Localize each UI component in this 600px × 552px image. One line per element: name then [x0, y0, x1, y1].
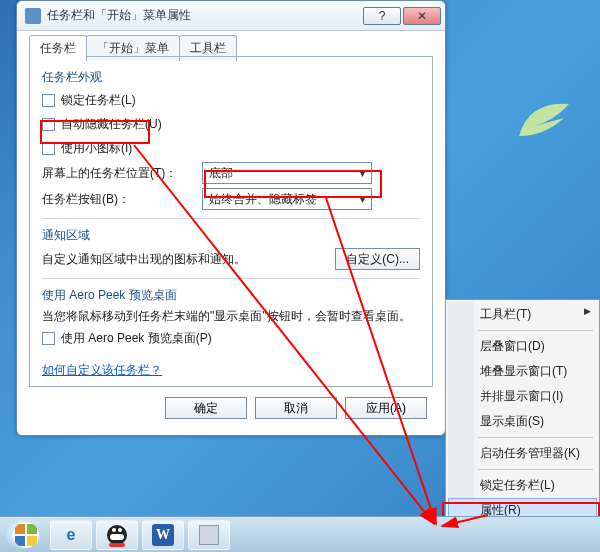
row-position: 屏幕上的任务栏位置(T)： 底部 ▾ — [42, 162, 420, 184]
notify-text: 自定义通知区域中出现的图标和通知。 — [42, 251, 335, 268]
label-position: 屏幕上的任务栏位置(T)： — [42, 165, 202, 182]
separator — [42, 278, 420, 279]
taskbar-properties-dialog: 任务栏和「开始」菜单属性 ? ✕ 任务栏 「开始」菜单 工具栏 任务栏外观 锁定… — [16, 0, 446, 436]
customize-button[interactable]: 自定义(C)... — [335, 248, 420, 270]
taskbar-item-app[interactable] — [188, 520, 230, 550]
ok-button[interactable]: 确定 — [165, 397, 247, 419]
menu-showdesktop[interactable]: 显示桌面(S) — [448, 409, 597, 434]
app-icon — [199, 525, 219, 545]
select-position[interactable]: 底部 ▾ — [202, 162, 372, 184]
menu-separator — [478, 437, 593, 438]
checkbox-lock[interactable] — [42, 94, 55, 107]
label-autohide: 自动隐藏任务栏(U) — [61, 116, 420, 133]
aero-text: 当您将鼠标移动到任务栏末端的"显示桌面"按钮时，会暂时查看桌面。 — [42, 308, 420, 324]
close-button[interactable]: ✕ — [403, 7, 441, 25]
dialog-title: 任务栏和「开始」菜单属性 — [47, 7, 361, 24]
row-notify: 自定义通知区域中出现的图标和通知。 自定义(C)... — [42, 248, 420, 270]
menu-taskmgr[interactable]: 启动任务管理器(K) — [448, 441, 597, 466]
menu-sidebyside[interactable]: 并排显示窗口(I) — [448, 384, 597, 409]
separator — [42, 218, 420, 219]
label-smallicons: 使用小图标(I) — [61, 140, 420, 157]
cancel-button[interactable]: 取消 — [255, 397, 337, 419]
label-buttons: 任务栏按钮(B)： — [42, 191, 202, 208]
wallpaper-leaf — [514, 96, 574, 144]
label-lock: 锁定任务栏(L) — [61, 92, 420, 109]
taskbar-item-ie[interactable]: e — [50, 520, 92, 550]
dialog-button-row: 确定 取消 应用(A) — [165, 397, 427, 419]
apply-button[interactable]: 应用(A) — [345, 397, 427, 419]
tabpage-taskbar: 任务栏外观 锁定任务栏(L) 自动隐藏任务栏(U) 使用小图标(I) 屏幕上的任… — [29, 56, 433, 387]
titlebar[interactable]: 任务栏和「开始」菜单属性 ? ✕ — [17, 1, 445, 31]
label-aero: 使用 Aero Peek 预览桌面(P) — [61, 330, 420, 347]
taskbar-context-menu: 工具栏(T) 层叠窗口(D) 堆叠显示窗口(T) 并排显示窗口(I) 显示桌面(… — [445, 299, 600, 526]
checkbox-autohide[interactable] — [42, 118, 55, 131]
ie-icon: e — [67, 526, 76, 544]
menu-lock[interactable]: 锁定任务栏(L) — [448, 473, 597, 498]
checkbox-smallicons[interactable] — [42, 142, 55, 155]
tab-taskbar[interactable]: 任务栏 — [29, 35, 87, 61]
menu-stacked[interactable]: 堆叠显示窗口(T) — [448, 359, 597, 384]
row-lock: 锁定任务栏(L) — [42, 90, 420, 110]
qq-icon — [107, 525, 127, 545]
select-position-value: 底部 — [209, 165, 233, 182]
row-smallicons: 使用小图标(I) — [42, 138, 420, 158]
chevron-down-icon: ▾ — [360, 168, 365, 179]
menu-separator — [478, 469, 593, 470]
row-autohide: 自动隐藏任务栏(U) — [42, 114, 420, 134]
dialog-client: 任务栏 「开始」菜单 工具栏 任务栏外观 锁定任务栏(L) 自动隐藏任务栏(U)… — [23, 31, 439, 429]
select-buttons[interactable]: 始终合并、隐藏标签 ▾ — [202, 188, 372, 210]
start-button[interactable] — [6, 520, 46, 550]
taskbar[interactable]: e W — [0, 516, 600, 552]
notify-heading: 通知区域 — [42, 227, 420, 244]
row-aero: 使用 Aero Peek 预览桌面(P) — [42, 328, 420, 348]
aero-heading: 使用 Aero Peek 预览桌面 — [42, 287, 420, 304]
menu-toolbars[interactable]: 工具栏(T) — [448, 302, 597, 327]
menu-cascade[interactable]: 层叠窗口(D) — [448, 334, 597, 359]
chevron-down-icon: ▾ — [360, 194, 365, 205]
help-button[interactable]: ? — [363, 7, 401, 25]
help-link[interactable]: 如何自定义该任务栏？ — [42, 362, 162, 379]
dialog-icon — [25, 8, 41, 24]
row-buttons: 任务栏按钮(B)： 始终合并、隐藏标签 ▾ — [42, 188, 420, 210]
checkbox-aero[interactable] — [42, 332, 55, 345]
select-buttons-value: 始终合并、隐藏标签 — [209, 191, 317, 208]
appearance-heading: 任务栏外观 — [42, 69, 420, 86]
taskbar-item-word[interactable]: W — [142, 520, 184, 550]
windows-orb-icon — [13, 522, 39, 548]
taskbar-item-qq[interactable] — [96, 520, 138, 550]
word-icon: W — [152, 524, 174, 546]
menu-separator — [478, 330, 593, 331]
